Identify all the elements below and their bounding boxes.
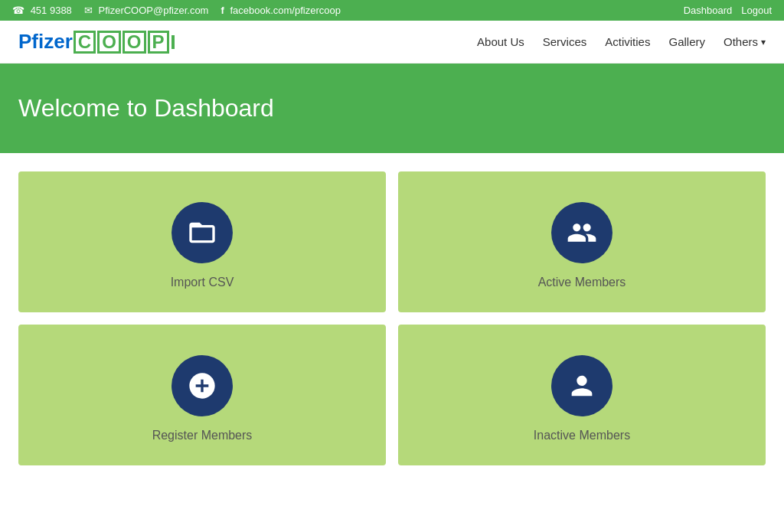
folder-icon	[187, 217, 217, 248]
main-nav: About Us Services Activities Gallery Oth…	[477, 35, 766, 48]
email-icon: ✉	[84, 5, 93, 16]
nav-gallery[interactable]: Gallery	[668, 35, 705, 48]
active-members-card[interactable]: Active Members	[398, 171, 766, 312]
facebook-icon: f	[220, 5, 224, 16]
hero-banner: Welcome to Dashboard	[0, 64, 784, 153]
topbar: ☎ 451 9388 ✉ PfizerCOOP@pfizer.com f fac…	[0, 0, 784, 21]
logo-coop-text: C O O P	[73, 31, 170, 54]
nav-about[interactable]: About Us	[477, 35, 524, 48]
nav-services[interactable]: Services	[543, 35, 587, 48]
register-members-icon-circle	[172, 355, 233, 416]
register-members-card[interactable]: Register Members	[18, 325, 386, 465]
phone-number: ☎ 451 9388	[12, 5, 72, 16]
import-csv-icon-circle	[172, 202, 233, 263]
logo[interactable]: Pfizer C O O P	[18, 30, 175, 54]
nav-others: Others	[724, 35, 758, 48]
hero-title: Welcome to Dashboard	[18, 94, 766, 122]
dashboard-grid: Import CSV Active Members Register Membe…	[0, 153, 784, 484]
import-csv-card[interactable]: Import CSV	[18, 171, 386, 312]
active-members-label: Active Members	[538, 276, 626, 289]
facebook-link[interactable]: f facebook.com/pfizercoop	[220, 5, 341, 16]
import-csv-label: Import CSV	[171, 276, 234, 289]
logo-pfizer-text: Pfizer	[18, 30, 73, 54]
inactive-members-label: Inactive Members	[534, 429, 630, 442]
inactive-members-icon-circle	[551, 355, 612, 416]
logout-link[interactable]: Logout	[741, 5, 772, 16]
nav-others-wrapper[interactable]: Others ▾	[724, 35, 766, 48]
add-circle-icon	[187, 370, 217, 401]
active-members-icon-circle	[551, 202, 612, 263]
person-icon	[567, 370, 597, 401]
topbar-right: Dashboard Logout	[684, 5, 772, 16]
inactive-members-card[interactable]: Inactive Members	[398, 325, 766, 465]
email-link[interactable]: ✉ PfizerCOOP@pfizer.com	[84, 5, 209, 16]
group-icon	[567, 217, 597, 248]
topbar-left: ☎ 451 9388 ✉ PfizerCOOP@pfizer.com f fac…	[12, 5, 341, 16]
nav-activities[interactable]: Activities	[605, 35, 650, 48]
chevron-down-icon: ▾	[761, 37, 766, 47]
header: Pfizer C O O P About Us Services Activit…	[0, 21, 784, 64]
phone-icon: ☎	[12, 5, 24, 16]
register-members-label: Register Members	[152, 429, 253, 442]
logo-stem	[172, 35, 175, 49]
dashboard-link[interactable]: Dashboard	[684, 5, 733, 16]
